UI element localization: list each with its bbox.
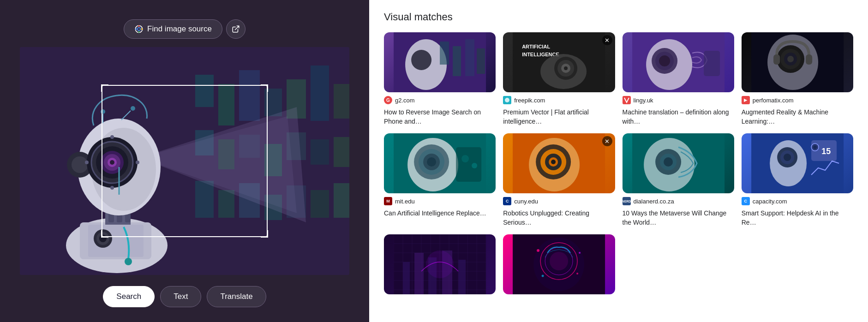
source-favicon: C [503, 197, 511, 205]
match-thumbnail [384, 133, 496, 193]
svg-rect-28 [334, 183, 349, 218]
thumb-svg-7 [623, 133, 734, 193]
match-thumbnail [623, 32, 734, 92]
source-favicon [503, 96, 511, 104]
external-link-icon [232, 25, 240, 33]
match-card[interactable]: lingy.uk Machine translation – definitio… [623, 32, 734, 126]
selection-box [102, 85, 268, 237]
match-card[interactable]: ARTIFICIAL INTELLIGENCE ✕ free [503, 32, 615, 126]
svg-rect-67 [477, 48, 485, 74]
svg-point-107 [551, 160, 556, 164]
match-card[interactable]: 15 C capacity.com Smart Support: Helpdes… [742, 133, 853, 227]
match-card[interactable]: NERD dialanerd.co.za 10 Ways the Metaver… [623, 133, 734, 227]
match-thumbnail [623, 133, 734, 193]
svg-point-89 [787, 56, 794, 62]
close-button[interactable]: ✕ [602, 136, 612, 146]
thumb-svg-4 [742, 32, 853, 92]
source-name: dialanerd.co.za [634, 198, 674, 205]
svg-rect-90 [773, 54, 780, 65]
top-bar: Find image source [124, 19, 245, 39]
svg-point-75 [564, 66, 568, 70]
find-source-label: Find image source [147, 24, 212, 34]
match-source: G g2.com [384, 96, 496, 104]
tab-search[interactable]: Search [103, 286, 155, 307]
source-name: cuny.edu [514, 198, 538, 205]
thumb-svg-8: 15 [742, 133, 853, 193]
svg-rect-126 [414, 253, 424, 294]
svg-rect-13 [311, 66, 329, 121]
svg-rect-66 [465, 39, 474, 76]
thumb-svg-10 [503, 234, 615, 294]
svg-point-139 [576, 273, 578, 274]
source-name: freepik.com [514, 97, 545, 104]
svg-point-121 [813, 145, 817, 149]
match-thumbnail [742, 32, 853, 92]
source-name: perfomatix.com [753, 97, 794, 104]
match-card[interactable] [384, 234, 496, 294]
svg-point-138 [542, 275, 544, 277]
svg-rect-125 [403, 262, 410, 294]
lens-icon [134, 24, 144, 34]
source-favicon [623, 96, 631, 104]
source-favicon: C [742, 197, 750, 205]
match-source: ▶ perfomatix.com [742, 96, 853, 104]
svg-rect-65 [453, 46, 461, 76]
thumb-svg-2: ARTIFICIAL INTELLIGENCE [503, 32, 615, 92]
svg-point-40 [72, 156, 88, 173]
match-card[interactable]: G g2.com How to Reverse Image Search on … [384, 32, 496, 126]
svg-rect-21 [334, 137, 349, 167]
match-card[interactable]: ▶ perfomatix.com Augmented Reality & Mac… [742, 32, 853, 126]
matches-grid: G g2.com How to Reverse Image Search on … [384, 32, 853, 294]
right-panel: Visual matches G g2.com How to Reverse I [369, 0, 868, 322]
source-name: mit.edu [395, 198, 415, 205]
source-name: g2.com [395, 97, 415, 104]
match-thumbnail: 15 [742, 133, 853, 193]
external-link-button[interactable] [226, 19, 245, 39]
svg-rect-98 [456, 147, 481, 182]
svg-point-50 [85, 161, 89, 164]
match-thumbnail: ARTIFICIAL INTELLIGENCE ✕ [503, 32, 615, 92]
svg-rect-129 [458, 260, 466, 294]
thumb-svg-3 [623, 32, 734, 92]
svg-line-6 [235, 26, 239, 30]
visual-matches-title: Visual matches [384, 11, 853, 23]
svg-rect-14 [334, 84, 349, 119]
match-card[interactable] [503, 234, 615, 294]
source-name: lingy.uk [634, 97, 653, 104]
match-source: M mit.edu [384, 197, 496, 205]
svg-point-135 [550, 252, 568, 270]
match-thumbnail [384, 234, 496, 294]
close-button[interactable]: ✕ [602, 35, 612, 45]
match-source: freepik.com [503, 96, 615, 104]
match-title: Augmented Reality & Machine Learning:… [742, 108, 853, 126]
match-thumbnail: ✕ [503, 133, 615, 193]
thumb-svg-6 [503, 133, 615, 193]
corner-tr [261, 84, 268, 92]
svg-point-100 [472, 163, 477, 168]
svg-point-137 [579, 252, 581, 254]
match-card[interactable]: ✕ C cuny.edu Robotics Unplugged: Creatin… [503, 133, 615, 227]
left-panel: Find image source [0, 0, 369, 322]
source-favicon: NERD [623, 197, 631, 205]
corner-tl [101, 84, 108, 92]
svg-point-60 [125, 258, 132, 265]
tab-text[interactable]: Text [160, 286, 201, 307]
tab-translate[interactable]: Translate [207, 286, 266, 307]
source-favicon: M [384, 197, 392, 205]
svg-text:ARTIFICIAL: ARTIFICIAL [522, 44, 550, 49]
svg-text:15: 15 [821, 147, 831, 156]
robot-illustration [20, 47, 349, 275]
corner-br [261, 230, 268, 238]
match-title: Robotics Unplugged: Creating Serious… [503, 209, 615, 227]
svg-rect-83 [704, 51, 720, 76]
svg-rect-91 [806, 54, 812, 65]
source-favicon: G [384, 96, 392, 104]
match-title: Smart Support: Helpdesk AI in the Re… [742, 209, 853, 227]
find-image-source-button[interactable]: Find image source [124, 19, 222, 39]
svg-point-82 [659, 55, 670, 66]
bottom-tabs: Search Text Translate [103, 286, 266, 307]
match-card[interactable]: M mit.edu Can Artificial Intelligence Re… [384, 133, 496, 227]
svg-point-97 [427, 157, 436, 167]
match-source: lingy.uk [623, 96, 734, 104]
image-preview [20, 47, 349, 275]
